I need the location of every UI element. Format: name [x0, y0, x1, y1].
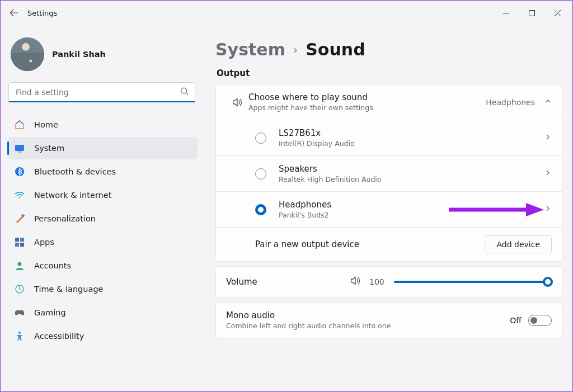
person-icon [14, 260, 25, 271]
mono-row: Mono audio Combine left and right audio … [216, 303, 562, 338]
volume-card: Volume 100 [215, 266, 562, 297]
nav-label: Apps [34, 238, 54, 247]
svg-rect-3 [18, 152, 21, 153]
breadcrumb-current: Sound [306, 40, 365, 59]
breadcrumb-parent[interactable]: System [215, 40, 285, 59]
clock-globe-icon [14, 284, 25, 295]
nav-bluetooth[interactable]: Bluetooth & devices [7, 160, 198, 183]
chevron-right-icon[interactable] [544, 133, 552, 143]
device-name: Speakers [279, 164, 544, 174]
wifi-icon [14, 190, 25, 201]
brush-icon [14, 213, 25, 224]
nav-accessibility[interactable]: Accessibility [7, 325, 198, 347]
nav-apps[interactable]: Apps [7, 231, 198, 253]
mono-toggle[interactable] [528, 315, 552, 326]
mono-card: Mono audio Combine left and right audio … [215, 302, 562, 338]
chevron-right-icon: › [293, 43, 298, 56]
speaker-icon [226, 96, 248, 108]
close-button[interactable] [544, 4, 570, 22]
pair-label: Pair a new output device [255, 239, 485, 249]
nav-home[interactable]: Home [7, 114, 198, 136]
nav-label: Accessibility [34, 332, 84, 341]
main-content: System › Sound Output Choose where to pl… [202, 25, 572, 391]
mono-subtitle: Combine left and right audio channels in… [226, 322, 510, 330]
add-device-button[interactable]: Add device [485, 235, 552, 253]
minimize-button[interactable] [493, 4, 519, 22]
slider-thumb[interactable] [543, 277, 553, 287]
nav: Home System Bluetooth & devices Network … [7, 114, 198, 347]
search-icon [180, 87, 189, 98]
chevron-right-icon[interactable] [544, 168, 552, 179]
nav-system[interactable]: System [7, 137, 198, 159]
nav-label: Network & internet [34, 191, 111, 200]
device-name: Headphones [279, 200, 544, 210]
maximize-button[interactable] [519, 4, 544, 22]
radio-unselected[interactable] [255, 133, 266, 144]
chevron-up-icon [544, 97, 552, 107]
accessibility-icon [14, 330, 25, 342]
nav-label: Gaming [34, 308, 66, 317]
toggle-state-label: Off [510, 316, 522, 325]
profile-name: Pankil Shah [52, 50, 106, 59]
volume-slider[interactable] [394, 281, 552, 283]
home-icon [14, 119, 25, 130]
profile[interactable]: Pankil Shah [7, 32, 198, 79]
breadcrumb: System › Sound [215, 40, 562, 59]
nav-label: Bluetooth & devices [34, 167, 116, 176]
svg-rect-0 [529, 10, 534, 16]
nav-label: Personalization [34, 214, 96, 223]
device-detail: Pankil's Buds2 [279, 211, 544, 219]
svg-rect-7 [15, 238, 19, 242]
nav-accounts[interactable]: Accounts [7, 254, 198, 277]
nav-label: Accounts [34, 261, 71, 270]
nav-label: System [34, 144, 64, 153]
pair-device-row: Pair a new output device Add device [216, 227, 562, 261]
output-device-row[interactable]: Headphones Pankil's Buds2 [216, 191, 562, 227]
sidebar: Pankil Shah Home System [1, 25, 202, 391]
svg-rect-2 [15, 145, 24, 151]
titlebar: Settings [1, 1, 572, 25]
output-card: Choose where to play sound Apps might ha… [215, 84, 562, 262]
system-icon [14, 143, 25, 154]
svg-rect-10 [20, 243, 24, 247]
svg-rect-9 [15, 243, 19, 247]
device-detail: Intel(R) Display Audio [279, 139, 544, 148]
output-device-row[interactable]: LS27B61x Intel(R) Display Audio [216, 120, 562, 155]
device-name: LS27B61x [279, 128, 544, 138]
mono-title: Mono audio [226, 310, 510, 320]
output-device-row[interactable]: Speakers Realtek High Definition Audio [216, 155, 562, 191]
nav-network[interactable]: Network & internet [7, 184, 198, 206]
nav-gaming[interactable]: Gaming [7, 301, 198, 324]
choose-output-row[interactable]: Choose where to play sound Apps might ha… [216, 84, 562, 120]
volume-icon[interactable] [349, 275, 361, 289]
apps-icon [14, 237, 25, 248]
radio-unselected[interactable] [255, 168, 266, 180]
radio-selected[interactable] [255, 204, 266, 215]
nav-label: Time & language [34, 285, 104, 294]
choose-title: Choose where to play sound [248, 92, 486, 102]
gamepad-icon [14, 307, 25, 318]
svg-point-11 [18, 262, 22, 266]
volume-value: 100 [369, 277, 386, 286]
svg-rect-8 [20, 238, 24, 242]
nav-label: Home [34, 120, 58, 129]
nav-personalization[interactable]: Personalization [7, 207, 198, 230]
search-input[interactable] [8, 82, 195, 102]
bluetooth-icon [14, 166, 25, 177]
svg-point-13 [18, 332, 21, 334]
svg-point-1 [181, 88, 187, 93]
window-title: Settings [27, 9, 57, 17]
volume-label: Volume [226, 277, 349, 287]
section-output-label: Output [217, 68, 562, 78]
device-detail: Realtek High Definition Audio [279, 175, 544, 183]
current-output-value: Headphones [486, 98, 535, 107]
volume-row: Volume 100 [216, 267, 562, 297]
choose-subtitle: Apps might have their own settings [248, 103, 486, 112]
back-button[interactable] [3, 8, 25, 17]
chevron-right-icon[interactable] [544, 204, 552, 215]
nav-time-language[interactable]: Time & language [7, 278, 198, 300]
avatar [11, 37, 44, 71]
svg-point-5 [19, 197, 21, 199]
